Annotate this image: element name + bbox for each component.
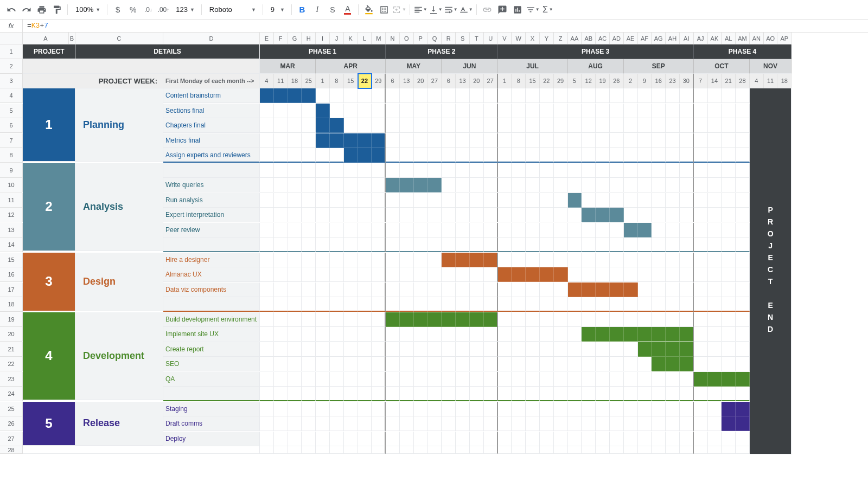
column-header[interactable]: T	[470, 33, 484, 44]
column-header[interactable]: L	[358, 33, 372, 44]
more-formats-select[interactable]: 123▼	[171, 3, 198, 17]
column-header[interactable]: J	[330, 33, 344, 44]
column-header[interactable]: AE	[624, 33, 638, 44]
column-header[interactable]: AL	[722, 33, 736, 44]
bold-button[interactable]: B	[295, 3, 309, 17]
filter-button[interactable]: ▼	[526, 3, 540, 17]
column-header[interactable]: C	[75, 33, 163, 44]
column-header[interactable]: AP	[777, 33, 792, 44]
row-header[interactable]: 8	[0, 148, 23, 163]
insert-chart-button[interactable]	[510, 3, 525, 17]
row-header[interactable]: 27	[0, 432, 23, 446]
row-header[interactable]: 26	[0, 416, 23, 431]
column-header[interactable]: B	[69, 33, 75, 44]
column-header[interactable]: K	[344, 33, 358, 44]
italic-button[interactable]: I	[310, 3, 324, 17]
column-header[interactable]: S	[456, 33, 470, 44]
row-header[interactable]: 11	[0, 193, 23, 208]
column-header[interactable]: AK	[708, 33, 722, 44]
column-header[interactable]: V	[498, 33, 512, 44]
row-header[interactable]: 12	[0, 208, 23, 222]
borders-button[interactable]	[377, 3, 391, 17]
insert-link-button[interactable]	[480, 3, 494, 17]
currency-button[interactable]: $	[111, 3, 125, 17]
row-header[interactable]: 7	[0, 133, 23, 148]
row-header[interactable]: 4	[0, 88, 23, 103]
redo-button[interactable]	[20, 3, 34, 17]
text-color-button[interactable]: A	[341, 3, 355, 17]
column-header[interactable]: AC	[596, 33, 610, 44]
insert-comment-button[interactable]	[495, 3, 509, 17]
merge-cells-button[interactable]: ▼	[392, 3, 406, 17]
column-header[interactable]: H	[302, 33, 316, 44]
strikethrough-button[interactable]: S	[326, 3, 340, 17]
row-header[interactable]: 17	[0, 282, 23, 297]
column-header[interactable]: D	[163, 33, 260, 44]
column-header[interactable]: AB	[582, 33, 596, 44]
text-wrap-button[interactable]: ▼	[444, 3, 458, 17]
column-header[interactable]: W	[512, 33, 526, 44]
column-header[interactable]: AJ	[694, 33, 708, 44]
zoom-select[interactable]: 100%▼	[71, 3, 104, 17]
row-header[interactable]: 24	[0, 387, 23, 401]
row-header[interactable]: 15	[0, 253, 23, 267]
row-header[interactable]: 3	[0, 74, 23, 88]
font-size-select[interactable]: 9▼	[266, 3, 288, 17]
row-header[interactable]: 21	[0, 342, 23, 357]
increase-decimal-button[interactable]: .00↑	[156, 3, 170, 17]
column-header[interactable]: U	[484, 33, 498, 44]
column-header[interactable]: AM	[736, 33, 750, 44]
vertical-align-button[interactable]: ▼	[429, 3, 443, 17]
column-header[interactable]: AH	[666, 33, 680, 44]
row-header[interactable]: 28	[0, 446, 23, 454]
column-header[interactable]: AO	[764, 33, 778, 44]
functions-button[interactable]: Σ▼	[541, 3, 555, 17]
spreadsheet-grid[interactable]: ABCDEFGHIJKLMNOPQRSTUVWXYZAAABACADAEAFAG…	[0, 33, 868, 454]
horizontal-align-button[interactable]: ▼	[413, 3, 427, 17]
column-header[interactable]: AA	[568, 33, 582, 44]
decrease-decimal-button[interactable]: .0↓	[141, 3, 155, 17]
row-header[interactable]: 9	[0, 163, 23, 178]
column-header[interactable]: G	[288, 33, 302, 44]
row-header[interactable]: 1	[0, 44, 23, 59]
row-header[interactable]: 19	[0, 312, 23, 327]
column-header[interactable]: AF	[638, 33, 652, 44]
undo-button[interactable]	[4, 3, 18, 17]
row-header[interactable]: 10	[0, 178, 23, 192]
row-header[interactable]: 23	[0, 372, 23, 387]
column-header[interactable]: P	[414, 33, 428, 44]
column-header[interactable]: AN	[750, 33, 764, 44]
row-header[interactable]: 2	[0, 59, 23, 74]
column-header[interactable]: Q	[428, 33, 442, 44]
column-header[interactable]: A	[23, 33, 69, 44]
row-header[interactable]: 25	[0, 402, 23, 416]
column-header[interactable]: X	[526, 33, 540, 44]
formula-input[interactable]: =K3+7	[23, 22, 48, 30]
column-header[interactable]: Y	[540, 33, 554, 44]
column-header[interactable]: N	[386, 33, 400, 44]
text-rotation-button[interactable]: ▼	[459, 3, 473, 17]
column-header[interactable]: O	[400, 33, 414, 44]
paint-format-button[interactable]	[50, 3, 64, 17]
row-header[interactable]: 22	[0, 357, 23, 371]
column-header[interactable]: M	[372, 33, 386, 44]
row-header[interactable]: 13	[0, 223, 23, 237]
column-header[interactable]: AD	[610, 33, 624, 44]
print-button[interactable]	[35, 3, 49, 17]
row-header[interactable]: 6	[0, 118, 23, 133]
column-header[interactable]: Z	[554, 33, 568, 44]
fill-color-button[interactable]	[362, 3, 376, 17]
font-select[interactable]: Roboto▼	[205, 3, 259, 17]
column-header[interactable]: AI	[680, 33, 694, 44]
row-header[interactable]: 16	[0, 267, 23, 282]
row-header[interactable]: 20	[0, 327, 23, 342]
column-header[interactable]: R	[442, 33, 456, 44]
column-header[interactable]: F	[274, 33, 288, 44]
percent-button[interactable]: %	[126, 3, 140, 17]
column-header[interactable]: AG	[652, 33, 666, 44]
column-header[interactable]: I	[316, 33, 330, 44]
row-header[interactable]: 14	[0, 237, 23, 252]
column-header[interactable]: E	[260, 33, 274, 44]
row-header[interactable]: 5	[0, 104, 23, 118]
row-header[interactable]: 18	[0, 297, 23, 312]
